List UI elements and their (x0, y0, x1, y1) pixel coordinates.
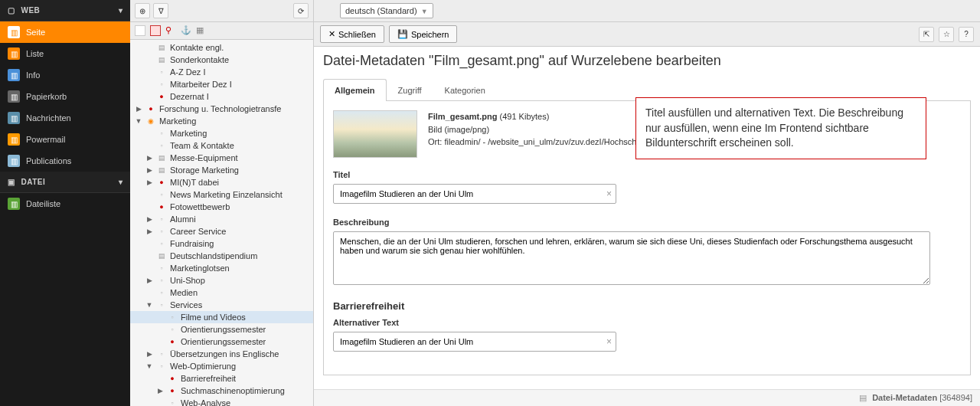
page-type-icon: ◉ (145, 116, 156, 126)
tree-node[interactable]: ●Fotowettbewerb (130, 201, 313, 213)
tree-node[interactable]: ▫Web-Analyse (130, 397, 313, 406)
tree-node[interactable]: ▶▫Uni-Shop (130, 274, 313, 286)
tree-node[interactable]: ▫Marketing (130, 127, 313, 139)
sidebar-section-datei-label: DATEI (21, 178, 119, 186)
tree-node[interactable]: ▼▫Services (130, 299, 313, 311)
sidebar-item-info[interactable]: ▥Info (0, 64, 130, 86)
sidebar-item-papierkorb[interactable]: ▥Papierkorb (0, 86, 130, 107)
sidebar-item-label: Info (26, 70, 40, 80)
folder-icon[interactable]: ▦ (196, 25, 207, 36)
clear-icon[interactable]: × (606, 336, 612, 347)
page-icon[interactable] (135, 25, 145, 36)
tree-node[interactable]: ▶●Suchmaschinenoptimierung (130, 385, 313, 397)
tree-node[interactable]: ▶▫Übersetzungen ins Englische (130, 348, 313, 360)
tree-node[interactable]: ▤Kontakte engl. (130, 41, 313, 54)
expand-arrow-icon[interactable]: ▶ (145, 154, 153, 162)
tree-node[interactable]: ▤Sonderkontakte (130, 54, 313, 66)
tree-node[interactable]: ●Orientierungssemester (130, 336, 313, 348)
expand-arrow-icon[interactable]: ▶ (145, 215, 153, 223)
tree-node-label: Mitarbeiter Dez I (170, 80, 232, 89)
expand-arrow-icon[interactable]: ▶ (145, 166, 153, 174)
tree-node[interactable]: ▫Filme und Videos (130, 311, 313, 323)
page-red-icon[interactable] (150, 25, 161, 36)
tree-node[interactable]: ●Dezernat I (130, 90, 313, 103)
tree-node[interactable]: ▫A-Z Dez I (130, 66, 313, 78)
tree-node[interactable]: ▫Team & Kontakte (130, 139, 313, 152)
tree-node-label: Web-Analyse (181, 398, 230, 406)
sidebar-item-publications[interactable]: ▥Publications (0, 150, 130, 172)
tree-node-label: Web-Optimierung (170, 362, 236, 371)
sidebar-item-label: Liste (26, 49, 44, 58)
shortcut-icon[interactable]: ⚲ (165, 25, 176, 36)
tree-node[interactable]: ▼▫Web-Optimierung (130, 360, 313, 372)
tab-allgemein[interactable]: Allgemein (323, 79, 387, 101)
tree-node[interactable]: ▶▤Messe-Equipment (130, 152, 313, 164)
refresh-icon[interactable]: ⟳ (293, 3, 309, 18)
tree-node[interactable]: ▤Deutschlandstipendium (130, 250, 313, 262)
tree-node-label: Fundraising (170, 239, 214, 248)
tree-node[interactable]: ▼◉Marketing (130, 115, 313, 127)
image-icon: ▣ (8, 178, 15, 186)
alt-label: Alternativer Text (333, 318, 961, 327)
titel-input[interactable] (333, 184, 616, 204)
language-select[interactable]: deutsch (Standard) ▼ (340, 3, 433, 18)
expand-arrow-icon[interactable]: ▶ (156, 387, 164, 395)
module-icon: ▥ (8, 26, 20, 38)
tree-node[interactable]: ▶▫Career Service (130, 225, 313, 237)
expand-arrow-icon[interactable]: ▶ (135, 105, 142, 113)
sidebar-item-label: Publications (26, 156, 71, 165)
tab-zugriff[interactable]: Zugriff (387, 79, 433, 101)
tree-node-label: Medien (170, 288, 198, 297)
clear-icon[interactable]: × (606, 188, 612, 199)
save-button[interactable]: 💾 Speichern (389, 25, 458, 43)
tree-node[interactable]: ▫Marketinglotsen (130, 262, 313, 274)
close-button[interactable]: ✕ Schließen (320, 25, 384, 43)
sidebar-item-nachrichten[interactable]: ▥Nachrichten (0, 107, 130, 129)
tree-node[interactable]: ▶●MI(N)T dabei (130, 176, 313, 188)
tree-node-label: Services (170, 300, 202, 309)
filter-icon[interactable]: ∇ (153, 3, 168, 18)
expand-arrow-icon[interactable]: ▼ (145, 301, 153, 309)
help-icon[interactable]: ? (959, 27, 974, 42)
tree-node-label: Marketing (170, 129, 207, 138)
beschreibung-textarea[interactable] (333, 231, 930, 285)
tree-node[interactable]: ▫Orientierungssemester (130, 323, 313, 336)
sidebar-section-web[interactable]: ▢ WEB ▾ (0, 0, 130, 21)
new-page-icon[interactable]: ⊕ (135, 3, 150, 18)
module-icon: ▥ (8, 133, 20, 146)
expand-arrow-icon[interactable]: ▶ (145, 277, 153, 284)
tree-node[interactable]: ▫Fundraising (130, 237, 313, 250)
tree-node[interactable]: ▶●Forschung u. Technologietransfe (130, 103, 313, 115)
sidebar-item-liste[interactable]: ▥Liste (0, 43, 130, 64)
expand-arrow-icon[interactable]: ▶ (145, 350, 153, 358)
tree-node[interactable]: ▶▫Alumni (130, 213, 313, 225)
sidebar-item-dateiliste[interactable]: ▥Dateiliste (0, 193, 130, 214)
tab-kategorien[interactable]: Kategorien (433, 79, 497, 101)
tree-node[interactable]: ▫News Marketing Einzelansicht (130, 188, 313, 201)
tree-node-label: Kontakte engl. (170, 43, 224, 52)
page-type-icon: ▫ (156, 238, 167, 249)
page-tree[interactable]: ▤Kontakte engl.▤Sonderkontakte▫A-Z Dez I… (130, 40, 313, 406)
alt-input[interactable] (333, 332, 616, 352)
open-external-icon[interactable]: ⇱ (919, 27, 934, 42)
collapse-icon: ▾ (119, 6, 123, 15)
tree-node[interactable]: ▫Mitarbeiter Dez I (130, 78, 313, 90)
page-type-icon: ● (145, 103, 156, 114)
tree-node-label: Filme und Videos (181, 313, 246, 322)
sidebar-section-datei[interactable]: ▣ DATEI ▾ (0, 172, 130, 193)
expand-arrow-icon[interactable]: ▶ (145, 228, 153, 235)
expand-arrow-icon[interactable]: ▼ (145, 362, 153, 370)
tree-node[interactable]: ▶▤Storage Marketing (130, 164, 313, 176)
expand-arrow-icon[interactable]: ▶ (145, 178, 153, 186)
tree-node-label: Sonderkontakte (170, 55, 229, 64)
tree-node[interactable]: ●Barrierefreiheit (130, 372, 313, 385)
expand-arrow-icon[interactable]: ▼ (135, 117, 142, 125)
sidebar-item-label: Powermail (26, 135, 65, 144)
bookmark-icon[interactable]: ☆ (939, 27, 954, 42)
tree-node-label: MI(N)T dabei (170, 178, 219, 187)
link-icon[interactable]: ⚓ (181, 25, 191, 36)
annotation-text: Titel ausfüllen und alternativen Text. D… (645, 106, 903, 149)
sidebar-item-powermail[interactable]: ▥Powermail (0, 129, 130, 150)
tree-node[interactable]: ▫Medien (130, 286, 313, 299)
sidebar-item-seite[interactable]: ▥Seite (0, 21, 130, 43)
